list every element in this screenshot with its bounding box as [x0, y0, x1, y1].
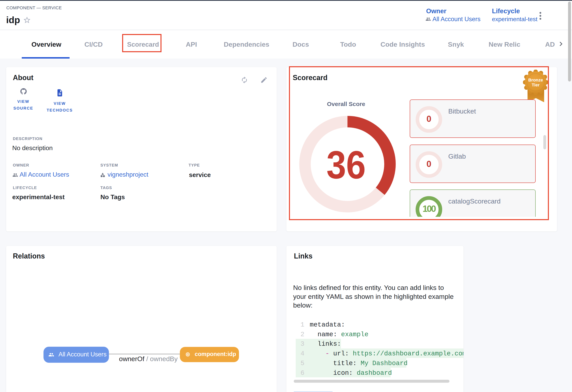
svg-text:36: 36	[326, 143, 366, 187]
svg-text:0: 0	[427, 159, 431, 169]
svg-text:100: 100	[423, 204, 436, 214]
svg-text:0: 0	[427, 114, 431, 124]
